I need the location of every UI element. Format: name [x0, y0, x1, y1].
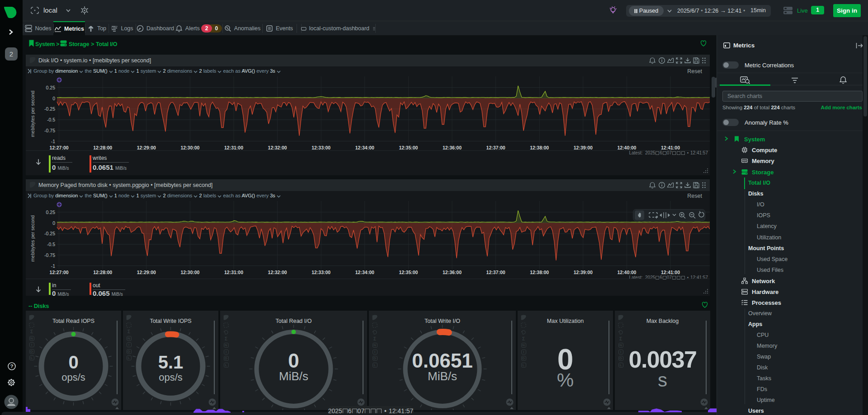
svg-text:?: ? [10, 364, 13, 369]
